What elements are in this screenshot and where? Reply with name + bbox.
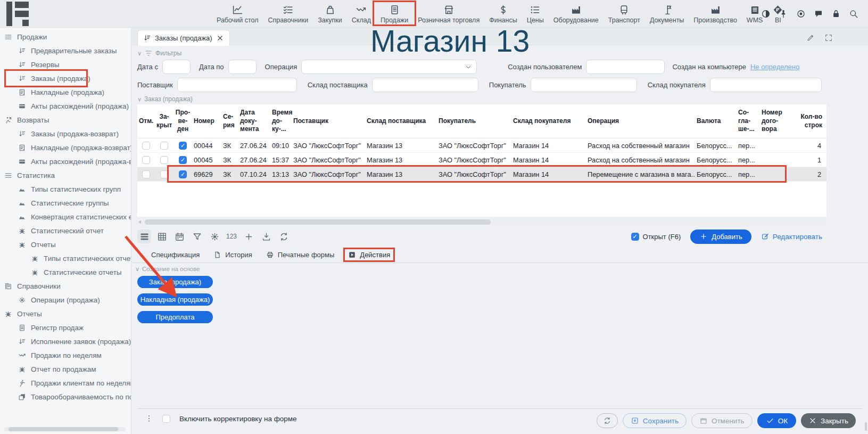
- tab-orders-sale[interactable]: Заказы (продажа): [137, 30, 230, 46]
- table-row[interactable]: ✓69629ЗК07.10.2413:13ЗАО "ЛюксСофтТорг"М…: [137, 167, 826, 182]
- create-button-1[interactable]: Накладная (продажа): [137, 293, 213, 306]
- search-icon[interactable]: [849, 9, 858, 19]
- column-header[interactable]: Время до- ку-...: [270, 109, 292, 134]
- nav-item-10[interactable]: Документы: [645, 0, 689, 28]
- created-on-link[interactable]: Не определено: [750, 63, 799, 71]
- closed-checkbox[interactable]: [160, 170, 168, 178]
- refresh-button[interactable]: [597, 413, 618, 428]
- closed-checkbox[interactable]: [160, 156, 168, 164]
- sidebar-item-15[interactable]: Отчеты: [0, 238, 131, 251]
- column-header[interactable]: Поставщик: [292, 117, 365, 126]
- nav-item-11[interactable]: Производство: [689, 0, 742, 28]
- visibility-icon[interactable]: [796, 9, 806, 19]
- nav-item-4[interactable]: Продажи: [376, 0, 413, 28]
- contrast-icon[interactable]: [761, 9, 771, 19]
- close-icon[interactable]: [216, 34, 224, 42]
- buyer-input[interactable]: [531, 78, 637, 92]
- column-header[interactable]: Валюта: [695, 117, 737, 126]
- nav-item-5[interactable]: Розничная торговля: [413, 0, 484, 28]
- date-to-input[interactable]: [228, 60, 257, 74]
- create-button-0[interactable]: Заказ (продажа): [137, 276, 213, 288]
- date-from-input[interactable]: [162, 60, 191, 74]
- sidebar-item-12[interactable]: Статистические группы: [0, 196, 131, 210]
- close-button[interactable]: Закрыть: [801, 413, 856, 428]
- open-checkbox[interactable]: ✓: [631, 233, 639, 241]
- sidebar-item-23[interactable]: Продажи по неделям: [0, 348, 131, 362]
- sidebar-item-21[interactable]: Регистр продаж: [0, 321, 131, 334]
- sidebar-item-26[interactable]: Товарооборачиваемость по постав: [0, 390, 131, 404]
- adjust-checkbox[interactable]: [162, 415, 170, 423]
- orders-section-header[interactable]: ∨ Заказ (продажа): [137, 95, 193, 103]
- sidebar-item-17[interactable]: Статистические отчеты: [0, 265, 131, 279]
- sidebar-item-25[interactable]: Продажи клиентам по неделям: [0, 376, 131, 390]
- supplier-warehouse-input[interactable]: [372, 78, 478, 92]
- grid-icon[interactable]: [155, 230, 169, 243]
- column-header[interactable]: Номер: [192, 117, 221, 126]
- detail-tab-0[interactable]: Спецификация: [151, 251, 200, 259]
- ok-button[interactable]: ОК: [757, 413, 796, 428]
- column-header[interactable]: Отм.: [137, 117, 155, 126]
- closed-checkbox[interactable]: [160, 142, 168, 150]
- nav-item-1[interactable]: Справочники: [263, 0, 313, 28]
- sidebar-item-3[interactable]: Заказы (продажа): [0, 71, 131, 85]
- add-button[interactable]: Добавить: [690, 230, 751, 244]
- sync-icon[interactable]: [277, 230, 291, 243]
- marked-checkbox[interactable]: [142, 170, 150, 178]
- create-section-header[interactable]: ∨ Создание на основе: [135, 265, 213, 273]
- sidebar-item-7[interactable]: Заказы (продажа-возврат): [0, 127, 131, 141]
- posted-checkbox[interactable]: ✓: [179, 156, 187, 164]
- nav-item-0[interactable]: Рабочий стол: [212, 0, 263, 28]
- nav-item-3[interactable]: Склад: [347, 0, 376, 28]
- calendar-icon[interactable]: [172, 230, 186, 243]
- funnel-icon[interactable]: [190, 230, 204, 243]
- created-by-input[interactable]: [586, 60, 665, 74]
- expand-icon[interactable]: [824, 34, 833, 42]
- column-header[interactable]: Склад поставщика: [365, 117, 437, 126]
- column-header[interactable]: Покупатель: [437, 117, 511, 126]
- sidebar-item-14[interactable]: Статистический отчет: [0, 224, 131, 238]
- cancel-button[interactable]: Отменить: [691, 413, 753, 428]
- marked-checkbox[interactable]: [142, 142, 150, 150]
- nav-item-2[interactable]: Закупки: [313, 0, 347, 28]
- column-header[interactable]: Се- рия: [221, 113, 238, 129]
- sidebar-item-11[interactable]: Типы статистических групп: [0, 182, 131, 196]
- dots-vertical-icon[interactable]: [145, 414, 153, 423]
- open-checkbox-group[interactable]: ✓ Открыт (F6): [631, 233, 681, 241]
- detail-tab-3[interactable]: Действия: [348, 251, 390, 259]
- numbers-icon[interactable]: 123: [226, 233, 237, 240]
- nav-item-9[interactable]: Транспорт: [604, 0, 645, 28]
- sidebar-item-18[interactable]: Справочники: [0, 279, 131, 293]
- sidebar-item-10[interactable]: Статистика: [0, 168, 131, 182]
- chat-icon[interactable]: [814, 9, 823, 19]
- vertical-scrollbar[interactable]: [865, 422, 867, 431]
- column-header[interactable]: Кол-во строк: [792, 113, 826, 129]
- marked-checkbox[interactable]: [142, 156, 150, 164]
- sidebar-item-6[interactable]: Возвраты: [0, 113, 131, 127]
- sidebar-item-22[interactable]: Исполнение заявок (продажа): [0, 334, 131, 348]
- column-header[interactable]: Со- гла- ше-...: [737, 109, 760, 134]
- table-hscrollbar[interactable]: [137, 219, 826, 225]
- pencil-icon[interactable]: [806, 34, 815, 42]
- plus-icon[interactable]: [242, 230, 255, 243]
- filters-section-header[interactable]: ∨ Фильтры: [137, 49, 181, 58]
- supplier-input[interactable]: [177, 78, 297, 92]
- sidebar-item-1[interactable]: Предварительные заказы: [0, 44, 131, 58]
- list-view-icon[interactable]: [137, 230, 151, 243]
- sidebar-item-24[interactable]: Отчет по продажам: [0, 362, 131, 376]
- column-header[interactable]: Про- ве- ден: [173, 109, 192, 134]
- lock-icon[interactable]: [831, 9, 841, 19]
- posted-checkbox[interactable]: ✓: [179, 142, 187, 150]
- column-header[interactable]: Дата доку- мента: [238, 109, 270, 134]
- sidebar-item-13[interactable]: Конвертация статистических ед. изм: [0, 210, 131, 224]
- scroll-left-arrow[interactable]: [138, 220, 141, 224]
- column-header[interactable]: За- крыт: [155, 113, 173, 129]
- pin-icon[interactable]: [779, 9, 788, 19]
- sidebar-item-8[interactable]: Накладные (продажа-возврат): [0, 141, 131, 154]
- edit-button[interactable]: Редактировать: [761, 232, 822, 241]
- sidebar-item-20[interactable]: Отчеты: [0, 307, 131, 321]
- sidebar-item-19[interactable]: Операции (продажа): [0, 293, 131, 307]
- column-header[interactable]: Номер дого- вора: [760, 109, 792, 134]
- nav-item-6[interactable]: Финансы: [484, 0, 522, 28]
- sidebar-hscrollbar[interactable]: [4, 427, 126, 431]
- app-logo[interactable]: [6, 2, 29, 28]
